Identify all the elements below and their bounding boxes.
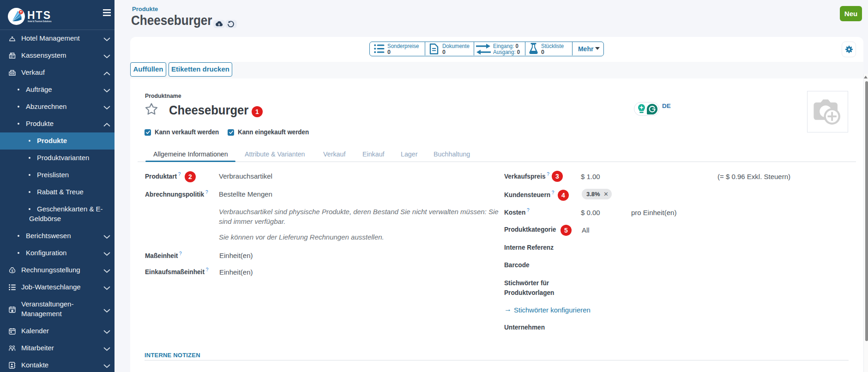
svg-text:$: $ (11, 269, 13, 273)
